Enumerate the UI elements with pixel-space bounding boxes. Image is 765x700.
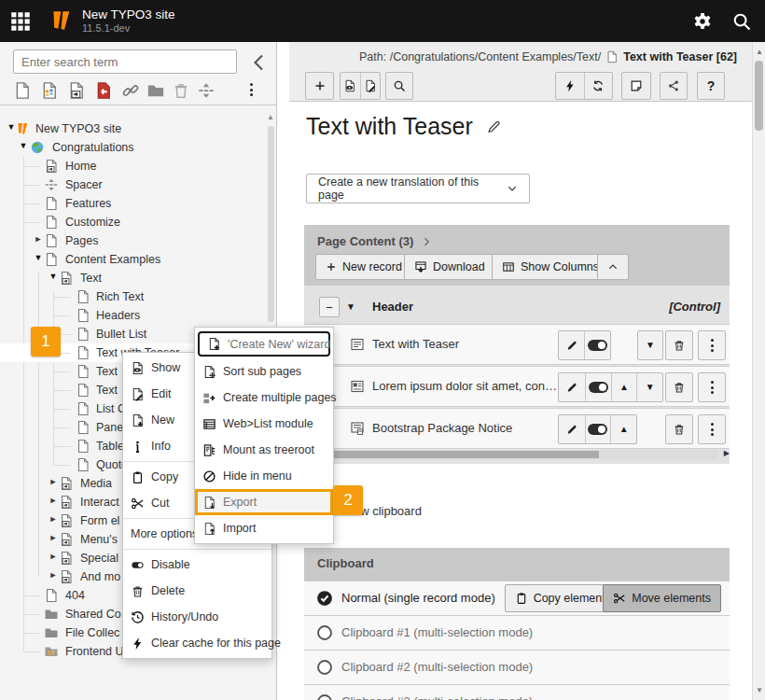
caret-down-icon[interactable]: ▼: [18, 141, 29, 150]
spacer-icon[interactable]: [197, 81, 216, 100]
selected-radio-icon[interactable]: [316, 590, 333, 607]
collapse-panel-button[interactable]: [597, 254, 629, 280]
tree-item[interactable]: ▼Congratulations: [0, 138, 272, 157]
caret-down-icon[interactable]: ▼: [346, 301, 355, 312]
caret-right-icon[interactable]: ►: [48, 514, 59, 524]
scroll-down-icon[interactable]: ▼: [756, 686, 763, 694]
caret-down-icon[interactable]: ▼: [48, 272, 59, 281]
menu-item-web-list-module[interactable]: Web>List module: [195, 411, 333, 437]
menu-item-mount-as-treeroot[interactable]: Mount as treeroot: [195, 437, 333, 463]
radio-icon[interactable]: [316, 659, 333, 676]
menu-item-disable[interactable]: Disable: [123, 552, 271, 578]
move-down-button[interactable]: ▼: [638, 331, 662, 359]
menu-item-export[interactable]: Export: [195, 489, 333, 515]
menu-item-create-new-wizard[interactable]: 'Create New' wizard: [198, 331, 330, 357]
search-button[interactable]: [385, 72, 413, 100]
clipboard-row-normal[interactable]: Normal (single record mode) Copy element…: [304, 581, 730, 615]
edit-page-button[interactable]: [360, 73, 381, 99]
new-link-page-icon[interactable]: [121, 81, 140, 100]
delete-record-button[interactable]: [665, 330, 693, 360]
new-mountpoint-page-icon[interactable]: [94, 81, 113, 100]
typo3-logo-icon[interactable]: [49, 8, 72, 33]
content-scrollbar[interactable]: ▲ ▼: [752, 42, 765, 700]
tree-item[interactable]: Headers: [0, 306, 272, 325]
delete-record-button[interactable]: [665, 414, 693, 444]
table-row[interactable]: Lorem ipsum dolor sit amet, con… ▲ ▼: [304, 366, 730, 407]
caret-right-icon[interactable]: ►: [48, 570, 59, 580]
menu-item-delete[interactable]: Delete: [123, 578, 271, 604]
edit-title-icon[interactable]: [486, 119, 502, 134]
radio-icon[interactable]: [316, 693, 333, 700]
gear-icon[interactable]: [692, 11, 713, 32]
visibility-toggle[interactable]: [584, 331, 610, 359]
caret-right-icon[interactable]: ►: [48, 477, 59, 486]
visibility-toggle[interactable]: [585, 415, 611, 443]
edit-record-button[interactable]: [559, 415, 585, 443]
tree-item[interactable]: Spacer: [0, 175, 272, 194]
share-button[interactable]: [660, 72, 688, 100]
tree-search-input[interactable]: [13, 49, 237, 74]
menu-item-hide-in-menu[interactable]: Hide in menu: [195, 463, 333, 489]
translation-dropdown[interactable]: Create a new translation of this page: [306, 174, 530, 203]
tree-item[interactable]: Features: [0, 194, 272, 213]
table-row[interactable]: Text with Teaser ▼: [304, 324, 730, 365]
delete-record-button[interactable]: [665, 372, 693, 402]
panel-title[interactable]: Page Content (3): [317, 234, 432, 248]
module-menu-icon[interactable]: [8, 9, 33, 34]
clipboard-row-1[interactable]: Clipboard #1 (multi-selection mode): [304, 615, 730, 650]
tree-item[interactable]: Rich Text: [0, 287, 272, 306]
menu-item-clear-cache[interactable]: Clear cache for this page: [123, 630, 271, 656]
scroll-up-icon[interactable]: ▲: [756, 48, 763, 56]
tree-item[interactable]: Customize: [0, 213, 272, 231]
new-users-page-icon[interactable]: [40, 81, 59, 100]
menu-item-history[interactable]: History/Undo: [123, 604, 271, 630]
radio-icon[interactable]: [316, 624, 333, 641]
record-more-button[interactable]: [698, 372, 726, 402]
download-button[interactable]: Download: [404, 254, 495, 280]
new-record-button[interactable]: New record: [315, 254, 412, 280]
search-icon[interactable]: [731, 11, 752, 32]
note-button[interactable]: [621, 72, 651, 100]
clear-cache-button[interactable]: [556, 73, 584, 99]
new-page-icon[interactable]: [13, 81, 32, 100]
recycler-icon[interactable]: [172, 81, 190, 100]
clipboard-row-3[interactable]: Clipboard #3 (multi-selection mode): [304, 684, 730, 700]
new-shortcut-page-icon[interactable]: [67, 81, 86, 100]
menu-item-create-multiple-pages[interactable]: Create multiple pages: [195, 385, 333, 411]
record-more-button[interactable]: [698, 414, 726, 444]
tree-item[interactable]: Home: [0, 157, 272, 175]
tree-item[interactable]: ▼Content Examples: [0, 250, 272, 269]
collapse-all-button[interactable]: −: [319, 297, 340, 317]
tree-item[interactable]: ▼Text: [0, 269, 272, 287]
move-up-button[interactable]: ▲: [611, 373, 637, 401]
caret-down-icon[interactable]: ▼: [33, 253, 44, 262]
scroll-up-icon[interactable]: ▲: [267, 113, 274, 121]
new-record-button[interactable]: [305, 72, 334, 100]
tree-more-options-icon[interactable]: [250, 83, 269, 102]
menu-item-sort-sub-pages[interactable]: Sort sub pages: [195, 358, 333, 385]
move-down-button[interactable]: ▼: [636, 373, 662, 401]
horizontal-scrollbar[interactable]: ▶: [317, 450, 718, 459]
scroll-right-icon[interactable]: ▶: [724, 449, 730, 457]
menu-item-import[interactable]: Import: [195, 515, 333, 541]
tree-item[interactable]: ►Pages: [0, 231, 272, 250]
new-folder-icon[interactable]: [146, 81, 165, 100]
visibility-toggle[interactable]: [585, 373, 611, 401]
record-more-button[interactable]: [698, 330, 726, 360]
clipboard-row-2[interactable]: Clipboard #2 (multi-selection mode): [304, 650, 730, 684]
table-row[interactable]: Bootstrap Package Notice ▲: [304, 408, 730, 449]
move-elements-button[interactable]: Move elements: [603, 584, 721, 612]
caret-right-icon[interactable]: ►: [48, 552, 59, 561]
caret-right-icon[interactable]: ►: [48, 533, 59, 542]
caret-right-icon[interactable]: ►: [48, 496, 59, 505]
reload-button[interactable]: [584, 73, 613, 99]
help-button[interactable]: ?: [697, 72, 725, 100]
tree-item[interactable]: ▼New TYPO3 site: [0, 119, 272, 138]
edit-record-button[interactable]: [559, 373, 585, 401]
edit-record-button[interactable]: [559, 331, 584, 359]
move-up-button[interactable]: ▲: [610, 415, 636, 443]
show-columns-button[interactable]: Show Columns: [492, 254, 609, 280]
view-page-button[interactable]: [341, 73, 360, 99]
collapse-sidebar-icon[interactable]: [248, 51, 271, 74]
caret-right-icon[interactable]: ►: [33, 234, 44, 244]
